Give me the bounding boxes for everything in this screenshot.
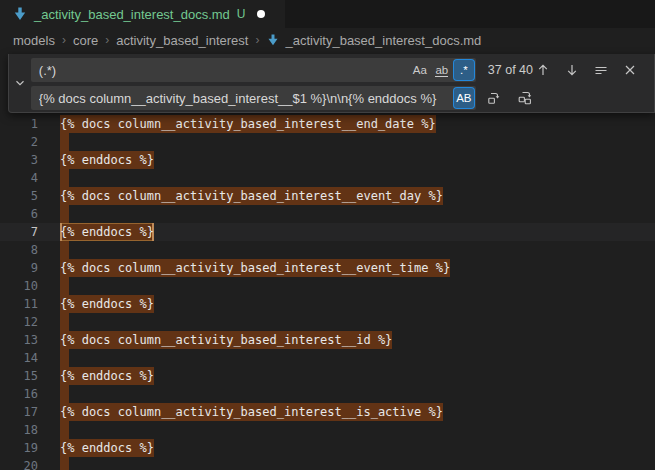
find-query-text: (.*) <box>39 63 410 78</box>
whole-word-toggle[interactable]: ab <box>432 60 452 80</box>
line-number[interactable]: 3 <box>0 151 38 169</box>
line-content: {% enddocs %} <box>60 223 154 241</box>
match-highlight: {% enddocs %} <box>60 439 154 457</box>
unsaved-changes-dot[interactable] <box>257 10 265 18</box>
line-number[interactable]: 16 <box>0 385 38 403</box>
previous-match-button[interactable] <box>533 60 553 80</box>
code-line[interactable]: 1{% docs column__activity_based_interest… <box>0 115 655 133</box>
line-content <box>60 385 69 403</box>
git-untracked-badge: U <box>237 7 246 21</box>
replace-row: {% docs column__activity_based_interest_… <box>31 86 648 110</box>
empty-match-highlight <box>60 457 69 470</box>
line-content: {% enddocs %} <box>60 295 154 313</box>
code-line[interactable]: 10 <box>0 277 655 295</box>
line-number[interactable]: 10 <box>0 277 38 295</box>
vscode-window: _activity_based_interest_docs.md U model… <box>0 0 655 470</box>
line-number[interactable]: 18 <box>0 421 38 439</box>
line-number[interactable]: 1 <box>0 115 38 133</box>
line-content: {% docs column__activity_based_interest_… <box>60 259 450 277</box>
line-content <box>60 349 69 367</box>
tab-activity-based-interest-docs[interactable]: _activity_based_interest_docs.md U <box>0 0 285 28</box>
empty-match-highlight <box>60 169 69 187</box>
line-number[interactable]: 11 <box>0 295 38 313</box>
replace-button[interactable] <box>484 88 504 108</box>
breadcrumb-item-models[interactable]: models <box>13 33 55 48</box>
code-line[interactable]: 13{% docs column__activity_based_interes… <box>0 331 655 349</box>
code-editor[interactable]: 1{% docs column__activity_based_interest… <box>0 115 655 470</box>
line-number[interactable]: 4 <box>0 169 38 187</box>
replace-all-button[interactable] <box>515 88 535 108</box>
code-line[interactable]: 5{% docs column__activity_based_interest… <box>0 187 655 205</box>
match-highlight: {% docs column__activity_based_interest_… <box>60 403 443 421</box>
breadcrumb-item-file[interactable]: _activity_based_interest_docs.md <box>266 33 481 48</box>
line-number[interactable]: 17 <box>0 403 38 421</box>
line-content <box>60 169 69 187</box>
code-line[interactable]: 8 <box>0 241 655 259</box>
line-number[interactable]: 15 <box>0 367 38 385</box>
breadcrumb-item-activity-based-interest[interactable]: activity_based_interest <box>116 33 248 48</box>
toggle-replace-button[interactable] <box>9 54 31 112</box>
regex-toggle[interactable]: .* <box>454 60 474 80</box>
breadcrumb-file-label: _activity_based_interest_docs.md <box>285 33 481 48</box>
line-content <box>60 421 69 439</box>
find-in-selection-button[interactable] <box>591 60 611 80</box>
line-content: {% enddocs %} <box>60 439 154 457</box>
code-line[interactable]: 16 <box>0 385 655 403</box>
match-case-toggle[interactable]: Aa <box>410 60 430 80</box>
empty-match-highlight <box>60 349 69 367</box>
match-highlight: {% docs column__activity_based_interest_… <box>60 115 436 133</box>
code-line[interactable]: 14 <box>0 349 655 367</box>
replace-input[interactable]: {% docs column__activity_based_interest_… <box>31 86 476 110</box>
line-content <box>60 277 69 295</box>
match-highlight: {% docs column__activity_based_interest_… <box>60 187 443 205</box>
line-number[interactable]: 2 <box>0 133 38 151</box>
breadcrumb-separator: › <box>62 33 66 47</box>
empty-match-highlight <box>60 385 69 403</box>
breadcrumb-item-core[interactable]: core <box>73 33 98 48</box>
line-content: {% docs column__activity_based_interest_… <box>60 187 443 205</box>
empty-match-highlight <box>60 277 69 295</box>
line-number[interactable]: 7 <box>0 223 38 241</box>
line-content: {% docs column__activity_based_interest_… <box>60 331 392 349</box>
line-number[interactable]: 19 <box>0 439 38 457</box>
code-line[interactable]: 12 <box>0 313 655 331</box>
line-number[interactable]: 6 <box>0 205 38 223</box>
replace-value-text: {% docs column__activity_based_interest_… <box>39 91 454 106</box>
dbt-file-arrow-down-icon <box>12 6 28 22</box>
find-input[interactable]: (.*) Aa ab .* <box>31 58 476 82</box>
code-line[interactable]: 9{% docs column__activity_based_interest… <box>0 259 655 277</box>
code-line[interactable]: 17{% docs column__activity_based_interes… <box>0 403 655 421</box>
code-line[interactable]: 6 <box>0 205 655 223</box>
line-number[interactable]: 5 <box>0 187 38 205</box>
line-content <box>60 241 69 259</box>
next-match-button[interactable] <box>562 60 582 80</box>
line-content <box>60 205 69 223</box>
line-number[interactable]: 8 <box>0 241 38 259</box>
code-line[interactable]: 19{% enddocs %} <box>0 439 655 457</box>
dbt-file-arrow-down-icon <box>266 33 280 47</box>
close-find-widget-button[interactable] <box>620 60 640 80</box>
find-results-count: 37 of 40 <box>488 63 533 77</box>
empty-match-highlight <box>60 313 69 331</box>
code-line[interactable]: 18 <box>0 421 655 439</box>
line-number[interactable]: 9 <box>0 259 38 277</box>
code-line[interactable]: 2 <box>0 133 655 151</box>
empty-match-highlight <box>60 205 69 223</box>
breadcrumb-separator: › <box>255 33 259 47</box>
match-highlight: {% enddocs %} <box>60 295 154 313</box>
code-line[interactable]: 4 <box>0 169 655 187</box>
empty-match-highlight <box>60 133 69 151</box>
preserve-case-toggle[interactable]: AB <box>454 88 474 108</box>
match-highlight: {% enddocs %} <box>60 367 154 385</box>
line-number[interactable]: 13 <box>0 331 38 349</box>
code-line[interactable]: 11{% enddocs %} <box>0 295 655 313</box>
line-content <box>60 313 69 331</box>
line-number[interactable]: 14 <box>0 349 38 367</box>
code-line[interactable]: 20 <box>0 457 655 470</box>
line-number[interactable]: 20 <box>0 457 38 470</box>
code-line[interactable]: 15{% enddocs %} <box>0 367 655 385</box>
code-line[interactable]: 7{% enddocs %} <box>0 223 655 241</box>
code-line[interactable]: 3{% enddocs %} <box>0 151 655 169</box>
line-number[interactable]: 12 <box>0 313 38 331</box>
line-content <box>60 133 69 151</box>
